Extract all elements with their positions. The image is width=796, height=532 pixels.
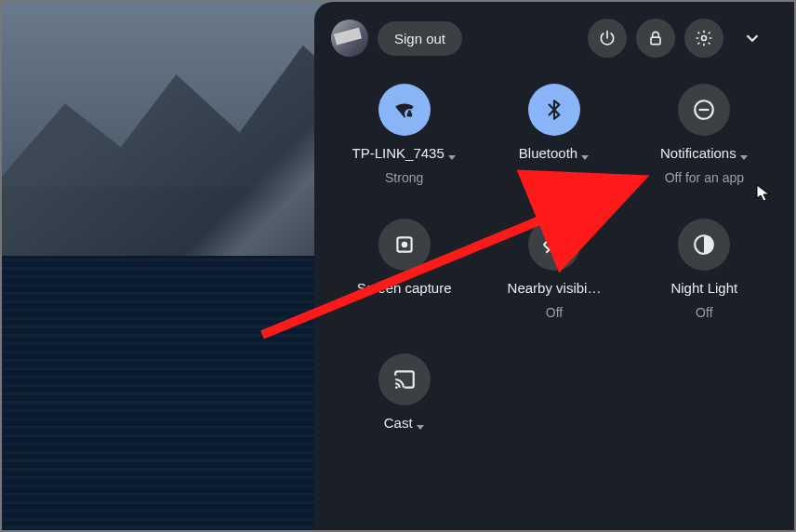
- nearby-label-text: Nearby visibi…: [508, 280, 602, 296]
- quick-settings-panel: Sign out TP-LINK_7435: [314, 2, 794, 530]
- quick-tiles-grid: TP-LINK_7435 Strong Bluetooth On: [329, 74, 779, 440]
- wifi-toggle[interactable]: [378, 84, 431, 136]
- tile-label[interactable]: TP-LINK_7435: [352, 145, 457, 161]
- tile-label[interactable]: Night Light: [670, 280, 737, 296]
- tile-wifi: TP-LINK_7435 Strong: [333, 84, 475, 185]
- screen-capture-button[interactable]: [378, 219, 431, 271]
- tile-label[interactable]: Nearby visibi…: [508, 280, 602, 296]
- tile-label[interactable]: Bluetooth: [519, 145, 590, 161]
- tile-cast: Cast: [333, 353, 475, 440]
- cast-label-text: Cast: [384, 415, 413, 431]
- cast-button[interactable]: [378, 353, 431, 406]
- night-light-toggle[interactable]: [678, 219, 730, 271]
- caret-icon: [739, 149, 749, 158]
- chevron-down-icon: [742, 28, 763, 48]
- tile-label[interactable]: Notifications: [660, 145, 749, 161]
- svg-rect-3: [406, 113, 411, 116]
- tile-nearby-visibility: Nearby visibi… Off: [483, 219, 625, 320]
- user-avatar[interactable]: [331, 20, 368, 57]
- tile-sub: Off for an app: [665, 170, 744, 185]
- wifi-icon: [392, 98, 417, 122]
- bluetooth-toggle[interactable]: [528, 84, 580, 136]
- svg-marker-4: [448, 155, 456, 160]
- svg-marker-15: [417, 425, 424, 430]
- tile-label[interactable]: Cast: [384, 415, 425, 431]
- svg-marker-5: [581, 155, 589, 160]
- screen-capture-icon: [392, 233, 417, 257]
- cast-icon: [392, 367, 417, 392]
- tile-bluetooth: Bluetooth On: [483, 84, 625, 185]
- bluetooth-icon: [542, 98, 566, 122]
- caret-icon: [416, 419, 425, 428]
- settings-button[interactable]: [684, 19, 723, 58]
- tile-screen-capture: Screen capture: [333, 219, 475, 320]
- wifi-label-text: TP-LINK_7435: [352, 145, 444, 161]
- night-light-icon: [692, 233, 716, 257]
- bluetooth-label-text: Bluetooth: [519, 145, 577, 161]
- tile-night-light: Night Light Off: [633, 219, 776, 320]
- svg-marker-18: [757, 185, 769, 201]
- do-not-disturb-icon: [692, 98, 716, 122]
- svg-point-1: [702, 36, 707, 41]
- gear-icon: [695, 29, 713, 47]
- lock-icon: [646, 29, 665, 47]
- caret-icon: [447, 149, 457, 158]
- caret-icon: [580, 149, 590, 158]
- mouse-cursor: [756, 184, 771, 203]
- power-icon: [598, 29, 617, 47]
- svg-point-14: [395, 386, 398, 389]
- tile-notifications: Notifications Off for an app: [633, 84, 776, 185]
- sign-out-button[interactable]: Sign out: [378, 21, 462, 56]
- svg-rect-0: [651, 37, 660, 44]
- notifications-toggle[interactable]: [678, 84, 730, 136]
- notifications-label-text: Notifications: [660, 145, 736, 161]
- svg-marker-8: [740, 155, 748, 160]
- tile-sub: Strong: [385, 170, 423, 185]
- tile-sub: On: [546, 170, 564, 185]
- tile-sub: Off: [546, 305, 563, 320]
- panel-header: Sign out: [329, 15, 779, 74]
- nearby-visibility-toggle[interactable]: [528, 219, 580, 271]
- tile-label[interactable]: Screen capture: [357, 280, 452, 298]
- tile-sub: Off: [696, 305, 712, 320]
- power-button[interactable]: [588, 19, 627, 58]
- screen-capture-label-text: Screen capture: [357, 280, 452, 298]
- svg-point-10: [401, 242, 407, 248]
- night-light-label-text: Night Light: [670, 280, 737, 296]
- visibility-off-icon: [542, 233, 566, 257]
- collapse-button[interactable]: [733, 28, 772, 48]
- lock-button[interactable]: [636, 19, 675, 58]
